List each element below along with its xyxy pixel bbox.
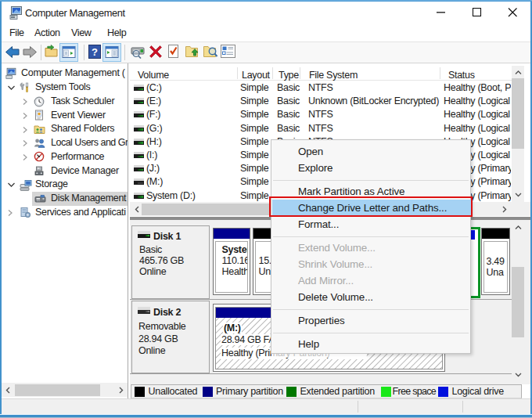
svg-text:?: ? (92, 46, 98, 58)
